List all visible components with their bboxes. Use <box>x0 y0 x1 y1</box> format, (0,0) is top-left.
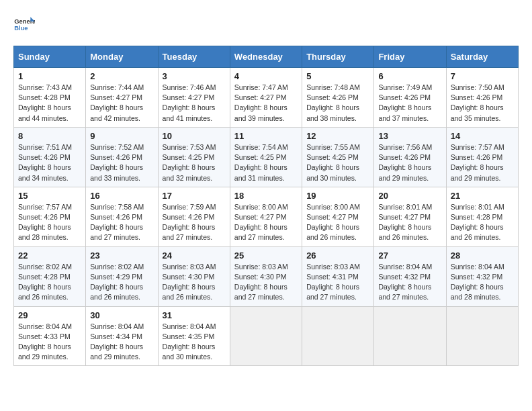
svg-text:Blue: Blue <box>14 25 28 32</box>
day-number: 3 <box>163 71 226 81</box>
day-header-monday: Monday <box>86 46 158 68</box>
day-number: 11 <box>234 131 298 141</box>
calendar-cell: 2 Sunrise: 7:44 AM Sunset: 4:27 PM Dayli… <box>86 68 158 128</box>
day-number: 18 <box>234 191 298 201</box>
daylight-label: Daylight: 8 hours and 27 minutes. <box>306 283 359 301</box>
sunrise-label: Sunrise: 8:04 AM <box>451 263 504 271</box>
sunset-label: Sunset: 4:28 PM <box>18 93 71 101</box>
calendar-cell: 4 Sunrise: 7:47 AM Sunset: 4:27 PM Dayli… <box>230 68 302 128</box>
day-info: Sunrise: 8:04 AM Sunset: 4:33 PM Dayligh… <box>18 322 81 363</box>
sunrise-label: Sunrise: 7:47 AM <box>234 83 288 91</box>
daylight-label: Daylight: 8 hours and 30 minutes. <box>163 342 216 361</box>
day-info: Sunrise: 7:47 AM Sunset: 4:27 PM Dayligh… <box>234 83 298 124</box>
calendar-cell: 26 Sunrise: 8:03 AM Sunset: 4:31 PM Dayl… <box>302 246 374 306</box>
calendar-cell: 27 Sunrise: 8:04 AM Sunset: 4:32 PM Dayl… <box>374 246 446 306</box>
calendar-cell <box>374 306 446 366</box>
day-info: Sunrise: 7:43 AM Sunset: 4:28 PM Dayligh… <box>18 83 81 124</box>
calendar-week-row: 8 Sunrise: 7:51 AM Sunset: 4:26 PM Dayli… <box>14 127 519 187</box>
daylight-label: Daylight: 8 hours and 26 minutes. <box>163 283 216 301</box>
daylight-label: Daylight: 8 hours and 34 minutes. <box>18 163 71 181</box>
daylight-label: Daylight: 8 hours and 26 minutes. <box>378 223 431 241</box>
day-number: 16 <box>90 191 153 201</box>
calendar-week-row: 22 Sunrise: 8:02 AM Sunset: 4:28 PM Dayl… <box>14 246 519 306</box>
sunset-label: Sunset: 4:25 PM <box>234 153 287 161</box>
sunrise-label: Sunrise: 7:54 AM <box>234 143 288 151</box>
sunset-label: Sunset: 4:26 PM <box>306 93 359 101</box>
sunset-label: Sunset: 4:26 PM <box>451 153 503 161</box>
daylight-label: Daylight: 8 hours and 27 minutes. <box>90 223 143 241</box>
sunrise-label: Sunrise: 7:48 AM <box>306 83 360 91</box>
daylight-label: Daylight: 8 hours and 44 minutes. <box>18 103 71 122</box>
daylight-label: Daylight: 8 hours and 42 minutes. <box>90 103 143 122</box>
sunrise-label: Sunrise: 7:46 AM <box>163 83 216 91</box>
daylight-label: Daylight: 8 hours and 29 minutes. <box>378 163 431 181</box>
daylight-label: Daylight: 8 hours and 38 minutes. <box>306 103 359 122</box>
day-info: Sunrise: 8:01 AM Sunset: 4:27 PM Dayligh… <box>378 202 441 243</box>
day-number: 19 <box>306 191 369 201</box>
calendar-cell: 5 Sunrise: 7:48 AM Sunset: 4:26 PM Dayli… <box>302 68 374 128</box>
day-info: Sunrise: 7:57 AM Sunset: 4:26 PM Dayligh… <box>451 142 514 183</box>
sunrise-label: Sunrise: 8:01 AM <box>378 203 432 211</box>
day-number: 24 <box>163 250 226 261</box>
sunset-label: Sunset: 4:26 PM <box>90 213 142 221</box>
sunset-label: Sunset: 4:26 PM <box>451 93 503 101</box>
day-info: Sunrise: 7:49 AM Sunset: 4:26 PM Dayligh… <box>378 83 441 124</box>
day-number: 25 <box>234 250 298 261</box>
day-info: Sunrise: 7:46 AM Sunset: 4:27 PM Dayligh… <box>163 83 226 124</box>
day-header-friday: Friday <box>374 46 446 68</box>
daylight-label: Daylight: 8 hours and 28 minutes. <box>18 223 71 241</box>
sunset-label: Sunset: 4:25 PM <box>163 153 215 161</box>
daylight-label: Daylight: 8 hours and 28 minutes. <box>451 283 504 301</box>
sunset-label: Sunset: 4:30 PM <box>163 273 215 281</box>
calendar-cell: 15 Sunrise: 7:57 AM Sunset: 4:26 PM Dayl… <box>14 187 86 246</box>
sunrise-label: Sunrise: 8:00 AM <box>306 203 360 211</box>
daylight-label: Daylight: 8 hours and 32 minutes. <box>163 163 216 181</box>
day-info: Sunrise: 7:50 AM Sunset: 4:26 PM Dayligh… <box>451 83 514 124</box>
sunrise-label: Sunrise: 7:52 AM <box>90 143 144 151</box>
daylight-label: Daylight: 8 hours and 29 minutes. <box>90 342 143 361</box>
sunrise-label: Sunrise: 8:04 AM <box>90 322 144 330</box>
day-number: 30 <box>90 310 153 320</box>
day-number: 4 <box>234 71 298 81</box>
calendar-cell: 21 Sunrise: 8:01 AM Sunset: 4:28 PM Dayl… <box>446 187 518 246</box>
calendar-cell <box>230 306 302 366</box>
day-number: 6 <box>378 71 441 81</box>
day-info: Sunrise: 7:55 AM Sunset: 4:25 PM Dayligh… <box>306 142 369 183</box>
day-number: 21 <box>451 191 514 201</box>
daylight-label: Daylight: 8 hours and 35 minutes. <box>451 103 504 122</box>
sunrise-label: Sunrise: 7:57 AM <box>451 143 504 151</box>
daylight-label: Daylight: 8 hours and 30 minutes. <box>306 163 359 181</box>
day-number: 9 <box>90 131 153 141</box>
daylight-label: Daylight: 8 hours and 31 minutes. <box>234 163 287 181</box>
sunset-label: Sunset: 4:33 PM <box>18 332 71 340</box>
calendar-cell: 31 Sunrise: 8:04 AM Sunset: 4:35 PM Dayl… <box>158 306 230 366</box>
daylight-label: Daylight: 8 hours and 33 minutes. <box>90 163 143 181</box>
day-number: 15 <box>18 191 81 201</box>
day-info: Sunrise: 7:58 AM Sunset: 4:26 PM Dayligh… <box>90 202 153 243</box>
calendar-week-row: 29 Sunrise: 8:04 AM Sunset: 4:33 PM Dayl… <box>14 306 519 366</box>
day-number: 13 <box>378 131 441 141</box>
daylight-label: Daylight: 8 hours and 27 minutes. <box>234 223 287 241</box>
sunset-label: Sunset: 4:26 PM <box>18 153 71 161</box>
calendar-cell <box>446 306 518 366</box>
day-info: Sunrise: 7:48 AM Sunset: 4:26 PM Dayligh… <box>306 83 369 124</box>
day-number: 17 <box>163 191 226 201</box>
day-info: Sunrise: 7:52 AM Sunset: 4:26 PM Dayligh… <box>90 142 153 183</box>
calendar-cell: 8 Sunrise: 7:51 AM Sunset: 4:26 PM Dayli… <box>14 127 86 187</box>
day-number: 29 <box>18 310 81 320</box>
daylight-label: Daylight: 8 hours and 27 minutes. <box>378 283 431 301</box>
sunset-label: Sunset: 4:26 PM <box>18 213 71 221</box>
sunset-label: Sunset: 4:34 PM <box>90 332 142 340</box>
day-header-saturday: Saturday <box>446 46 518 68</box>
day-number: 22 <box>18 250 81 261</box>
day-number: 31 <box>163 310 226 320</box>
sunset-label: Sunset: 4:27 PM <box>306 213 359 221</box>
day-number: 12 <box>306 131 369 141</box>
day-header-tuesday: Tuesday <box>158 46 230 68</box>
day-info: Sunrise: 8:02 AM Sunset: 4:29 PM Dayligh… <box>90 262 153 303</box>
calendar-cell <box>302 306 374 366</box>
sunset-label: Sunset: 4:32 PM <box>378 273 431 281</box>
sunset-label: Sunset: 4:25 PM <box>306 153 359 161</box>
sunrise-label: Sunrise: 7:55 AM <box>306 143 360 151</box>
sunrise-label: Sunrise: 8:00 AM <box>234 203 288 211</box>
